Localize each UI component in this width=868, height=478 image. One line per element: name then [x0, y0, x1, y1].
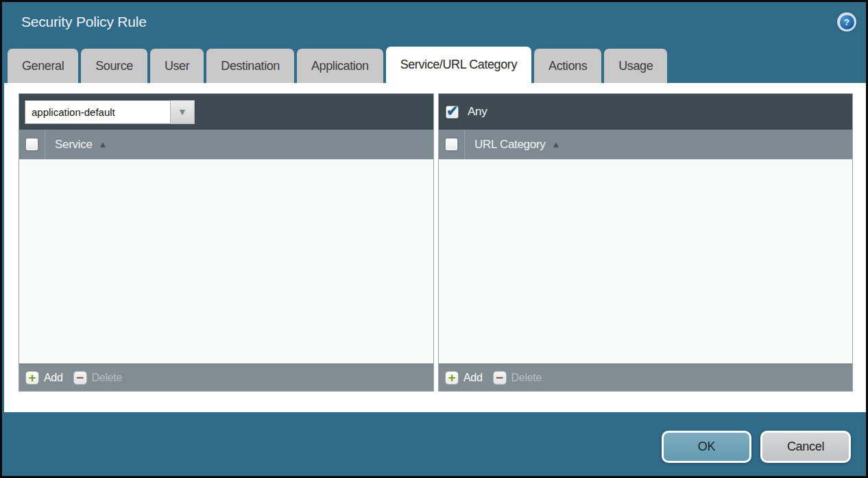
service-delete-button[interactable]: − Delete — [73, 371, 122, 385]
url-category-delete-button[interactable]: − Delete — [493, 371, 542, 385]
url-category-select-all-cell: ✔ — [439, 130, 465, 159]
service-panel-header: ▼ — [19, 94, 433, 130]
url-category-column-header[interactable]: URL Category ▲ — [465, 130, 560, 159]
chevron-down-icon: ▼ — [178, 106, 187, 117]
any-label: Any — [468, 105, 487, 119]
tab-general[interactable]: General — [8, 49, 78, 83]
url-category-panel-header: ✔ Any — [439, 94, 852, 130]
service-type-combo: ▼ — [25, 100, 195, 124]
url-category-column-label: URL Category — [474, 138, 545, 152]
any-row: ✔ Any — [444, 105, 487, 119]
url-category-panel-toolbar: + Add − Delete — [439, 363, 852, 391]
tab-bar: General Source User Destination Applicat… — [8, 47, 667, 83]
service-list[interactable] — [19, 160, 433, 363]
url-category-panel: ✔ Any ✔ URL Category ▲ — [438, 93, 853, 392]
tab-source[interactable]: Source — [81, 49, 147, 83]
sort-ascending-icon: ▲ — [551, 139, 560, 150]
plus-icon: + — [445, 371, 459, 385]
minus-icon: − — [493, 371, 507, 385]
tab-destination[interactable]: Destination — [206, 49, 294, 83]
cancel-button[interactable]: Cancel — [760, 431, 851, 463]
tab-service-url-category[interactable]: Service/URL Category — [386, 47, 531, 83]
tab-usage[interactable]: Usage — [604, 49, 667, 83]
add-label: Add — [44, 372, 63, 384]
url-category-select-all-checkbox[interactable]: ✔ — [445, 138, 458, 151]
service-panel: ▼ ✔ Service ▲ + Add — [19, 93, 434, 392]
url-category-column-header-row: ✔ URL Category ▲ — [439, 130, 852, 160]
add-label: Add — [463, 372, 483, 384]
service-add-button[interactable]: + Add — [25, 371, 63, 385]
tab-content-area: ▼ ✔ Service ▲ + Add — [4, 83, 868, 412]
tab-user[interactable]: User — [150, 49, 204, 83]
service-column-label: Service — [55, 138, 93, 152]
security-policy-rule-dialog: Security Policy Rule ? General Source Us… — [0, 0, 868, 478]
check-icon: ✔ — [446, 103, 459, 119]
url-category-list[interactable] — [439, 160, 852, 363]
delete-label: Delete — [92, 372, 122, 384]
tab-application[interactable]: Application — [297, 49, 383, 83]
help-icon[interactable]: ? — [837, 12, 856, 32]
service-column-header-row: ✔ Service ▲ — [19, 130, 433, 160]
url-category-add-button[interactable]: + Add — [445, 371, 483, 385]
plus-icon: + — [25, 371, 39, 385]
minus-icon: − — [73, 371, 87, 385]
service-select-all-checkbox[interactable]: ✔ — [25, 138, 38, 151]
tab-actions[interactable]: Actions — [534, 49, 601, 83]
ok-button[interactable]: OK — [662, 431, 751, 463]
service-select-all-cell: ✔ — [19, 130, 45, 159]
service-type-input[interactable] — [25, 100, 170, 124]
delete-label: Delete — [511, 372, 542, 384]
any-checkbox[interactable]: ✔ — [446, 106, 459, 119]
service-column-header[interactable]: Service ▲ — [45, 130, 107, 159]
question-mark-glyph: ? — [840, 15, 854, 29]
service-panel-toolbar: + Add − Delete — [19, 363, 433, 391]
service-type-dropdown-button[interactable]: ▼ — [170, 100, 195, 124]
sort-ascending-icon: ▲ — [99, 139, 108, 150]
dialog-title: Security Policy Rule — [21, 14, 147, 30]
